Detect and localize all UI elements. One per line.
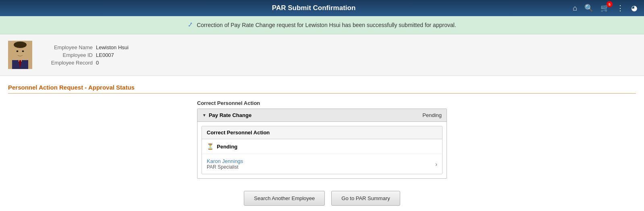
header-icons: ⌂ 🔍 🛒 5 ⋮ ◕ [573,4,638,13]
employee-name-label: Employee Name [40,44,93,50]
inner-table-header: Correct Personnel Action [202,126,442,139]
hourglass-icon: ⏳ [207,143,214,150]
pay-rate-change-left: ▼ Pay Rate Change [202,112,251,118]
search-another-employee-button[interactable]: Search Another Employee [244,191,325,206]
success-message: Correction of Pay Rate Change request fo… [197,22,456,28]
search-icon[interactable]: 🔍 [584,4,593,13]
employee-name-value: Lewiston Hsui [96,44,129,50]
par-section-title: Personnel Action Request - Approval Stat… [8,84,636,94]
employee-record-value: 0 [96,60,129,66]
success-banner: ✓̂ Correction of Pay Rate Change request… [0,16,644,34]
svg-point-5 [14,42,27,48]
svg-point-7 [22,50,24,52]
approver-name: Karon Jennings [207,158,243,164]
pending-row: ⏳ Pending [202,139,442,154]
action-table: ▼ Pay Rate Change Pending Correct Person… [197,109,447,179]
approver-role: PAR Specialist [207,164,243,170]
cart-badge: 5 [607,1,613,7]
employee-section: Employee Name Lewiston Hsui Employee ID … [0,34,644,76]
employee-record-label: Employee Record [40,60,93,66]
home-icon[interactable]: ⌂ [573,4,577,13]
more-icon[interactable]: ⋮ [617,4,624,13]
header: PAR Submit Confirmation ⌂ 🔍 🛒 5 ⋮ ◕ [0,0,644,16]
pay-rate-status: Pending [422,112,442,118]
page-title: PAR Submit Confirmation [55,4,573,12]
employee-id-label: Employee ID [40,52,93,58]
checkmark-icon: ✓̂ [188,22,193,28]
go-to-par-summary-button[interactable]: Go to PAR Summary [331,191,400,206]
approver-row[interactable]: Karon Jennings PAR Specialist › [202,154,442,174]
globe-icon[interactable]: ◕ [631,4,638,13]
action-container: Correct Personnel Action ▼ Pay Rate Chan… [197,100,447,179]
chevron-right-icon: › [435,161,437,167]
employee-id-value: LE0007 [96,52,129,58]
pay-rate-change-row[interactable]: ▼ Pay Rate Change Pending [197,109,447,122]
svg-point-6 [17,50,19,52]
correct-action-label: Correct Personnel Action [197,100,447,106]
avatar [8,41,32,69]
pay-rate-change-label: Pay Rate Change [209,112,251,118]
inner-table: Correct Personnel Action ⏳ Pending Karon… [202,126,442,174]
approver-info: Karon Jennings PAR Specialist [207,158,243,170]
cart-icon[interactable]: 🛒 5 [600,4,609,13]
buttons-section: Search Another Employee Go to PAR Summar… [0,183,644,211]
triangle-icon: ▼ [202,113,206,117]
pending-label: Pending [217,144,237,150]
employee-details: Employee Name Lewiston Hsui Employee ID … [40,44,129,66]
par-section: Personnel Action Request - Approval Stat… [0,76,644,183]
